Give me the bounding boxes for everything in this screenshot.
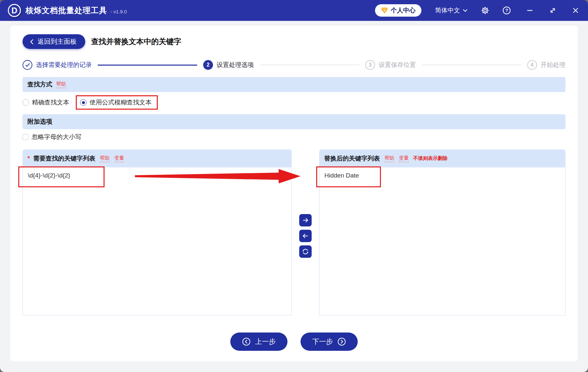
ignore-case-checkbox[interactable] bbox=[23, 134, 28, 140]
required-mark: * bbox=[27, 155, 30, 162]
content-card: 返回到主面板 查找并替换文本中的关键字 选择需要处理的记录 2 bbox=[10, 25, 578, 362]
radio-formula-fuzzy-search[interactable]: 使用公式模糊查找文本 bbox=[80, 98, 152, 107]
replace-panel-delete-note: 不填则表示删除 bbox=[413, 155, 448, 162]
search-mode-section-header: 查找方式 帮助 bbox=[23, 77, 565, 92]
replace-panel-header: 替换后的关键字列表 帮助 变量 不填则表示删除 bbox=[319, 149, 565, 167]
search-mode-title: 查找方式 bbox=[27, 80, 52, 89]
page-title: 查找并替换文本中的关键字 bbox=[91, 37, 181, 47]
annotation-box-selected-mode: 使用公式模糊查找文本 bbox=[76, 95, 158, 110]
refresh-icon bbox=[302, 248, 309, 255]
close-icon bbox=[572, 7, 580, 14]
help-button[interactable]: ? bbox=[502, 6, 511, 15]
replace-keywords-textarea[interactable]: Hidden Date bbox=[319, 167, 565, 316]
step-2-set-options: 2 设置处理选项 bbox=[203, 60, 254, 70]
step-4-start-processing: 4 开始处理 bbox=[527, 60, 565, 70]
radio-exact-search-label: 精确查找文本 bbox=[32, 98, 69, 107]
search-mode-options: 精确查找文本 使用公式模糊查找文本 bbox=[23, 93, 565, 112]
move-right-button[interactable] bbox=[299, 214, 312, 226]
find-panel-header: * 需要查找的关键字列表 帮助 变量 bbox=[23, 149, 292, 167]
next-step-button[interactable]: 下一步 bbox=[301, 333, 358, 351]
minimize-button[interactable] bbox=[526, 7, 534, 14]
step-1-select-records: 选择需要处理的记录 bbox=[23, 60, 92, 70]
svg-text:?: ? bbox=[505, 8, 508, 13]
app-version: - v1.9.0 bbox=[110, 9, 127, 14]
gear-icon bbox=[481, 6, 489, 15]
language-selector[interactable]: 简体中文 bbox=[435, 6, 468, 15]
swap-refresh-button[interactable] bbox=[299, 245, 312, 258]
close-button[interactable] bbox=[572, 7, 580, 14]
extra-options-section-header: 附加选项 bbox=[23, 114, 565, 129]
circle-chevron-left-icon bbox=[242, 337, 251, 346]
step-1-label: 选择需要处理的记录 bbox=[36, 61, 92, 69]
find-panel-help-link[interactable]: 帮助 bbox=[100, 155, 110, 162]
step-1-check-icon bbox=[23, 60, 32, 70]
keyword-panels: * 需要查找的关键字列表 帮助 变量 \d{4}-\d{2}-\d{2} bbox=[23, 149, 565, 316]
step-4-label: 开始处理 bbox=[541, 61, 565, 69]
radio-unselected-icon bbox=[23, 99, 29, 106]
extra-options-title: 附加选项 bbox=[27, 117, 52, 126]
step-2-label: 设置处理选项 bbox=[217, 61, 254, 69]
settings-button[interactable] bbox=[481, 6, 489, 15]
app-title: 核烁文档批量处理工具 bbox=[25, 5, 107, 16]
app-window: D 核烁文档批量处理工具 - v1.9.0 个人中心 简体中文 bbox=[0, 0, 588, 372]
radio-selected-icon bbox=[80, 99, 87, 106]
step-3-save-location: 3 设置保存位置 bbox=[365, 60, 416, 70]
transfer-buttons bbox=[292, 149, 319, 316]
replace-panel-help-link[interactable]: 帮助 bbox=[384, 155, 394, 162]
ignore-case-label: 忽略字母的大小写 bbox=[32, 133, 81, 141]
chevron-down-icon bbox=[463, 9, 468, 12]
minimize-icon bbox=[526, 7, 534, 14]
arrow-right-icon bbox=[302, 217, 309, 224]
step-3-label: 设置保存位置 bbox=[379, 61, 416, 69]
chevron-left-icon bbox=[30, 39, 34, 45]
question-circle-icon: ? bbox=[502, 6, 511, 15]
find-keywords-panel: * 需要查找的关键字列表 帮助 变量 \d{4}-\d{2}-\d{2} bbox=[23, 149, 292, 316]
previous-step-label: 上一步 bbox=[255, 337, 276, 346]
language-label: 简体中文 bbox=[435, 6, 460, 15]
app-logo: D bbox=[8, 4, 21, 17]
arrow-left-icon bbox=[302, 232, 309, 240]
wizard-footer: 上一步 下一步 bbox=[23, 333, 565, 351]
step-2-number: 2 bbox=[203, 60, 213, 70]
step-4-number: 4 bbox=[527, 60, 537, 70]
replace-panel-title: 替换后的关键字列表 bbox=[324, 154, 380, 163]
vip-gem-icon bbox=[381, 7, 388, 14]
user-center-button[interactable]: 个人中心 bbox=[375, 4, 421, 17]
step-3-number: 3 bbox=[365, 60, 375, 70]
replace-keywords-panel: 替换后的关键字列表 帮助 变量 不填则表示删除 Hidden Date bbox=[319, 149, 565, 316]
radio-exact-search[interactable]: 精确查找文本 bbox=[23, 98, 69, 107]
previous-step-button[interactable]: 上一步 bbox=[230, 333, 287, 351]
titlebar: D 核烁文档批量处理工具 - v1.9.0 个人中心 简体中文 bbox=[0, 0, 588, 21]
radio-formula-fuzzy-search-label: 使用公式模糊查找文本 bbox=[90, 98, 152, 107]
replace-panel-variable-link[interactable]: 变量 bbox=[399, 155, 409, 162]
circle-chevron-right-icon bbox=[337, 337, 346, 346]
back-to-dashboard-button[interactable]: 返回到主面板 bbox=[23, 34, 85, 49]
resize-diagonal-icon bbox=[549, 7, 557, 14]
find-keywords-textarea[interactable]: \d{4}-\d{2}-\d{2} bbox=[23, 167, 292, 316]
find-panel-title: 需要查找的关键字列表 bbox=[33, 154, 95, 163]
maximize-button[interactable] bbox=[549, 7, 557, 14]
find-panel-variable-link[interactable]: 变量 bbox=[114, 155, 124, 162]
main-area: 返回到主面板 查找并替换文本中的关键字 选择需要处理的记录 2 bbox=[0, 21, 588, 372]
search-mode-help-link[interactable]: 帮助 bbox=[56, 81, 66, 88]
next-step-label: 下一步 bbox=[312, 337, 333, 346]
back-button-label: 返回到主面板 bbox=[38, 37, 77, 46]
move-left-button[interactable] bbox=[299, 230, 312, 242]
user-center-label: 个人中心 bbox=[391, 6, 416, 15]
step-indicator: 选择需要处理的记录 2 设置处理选项 3 设置保存位置 4 开始处理 bbox=[23, 60, 565, 70]
ignore-case-option: 忽略字母的大小写 bbox=[23, 129, 565, 145]
